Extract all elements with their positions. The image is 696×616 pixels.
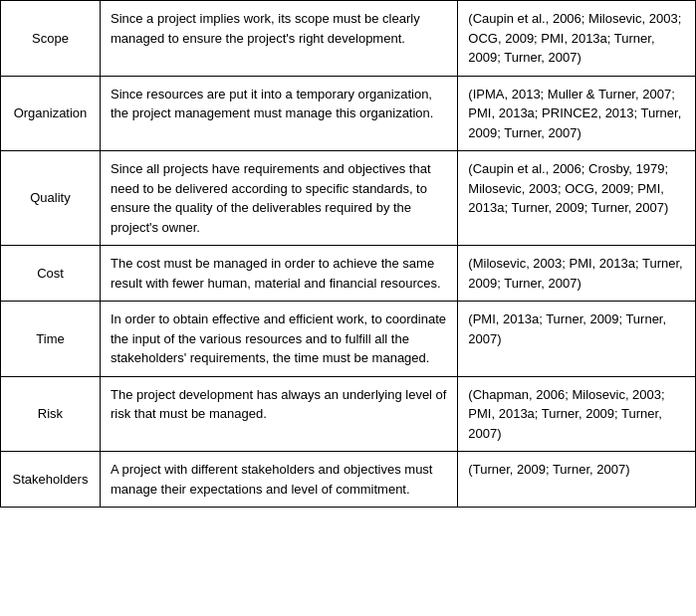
row-description-quality: Since all projects have requirements and… <box>100 151 457 246</box>
row-references-stakeholders: (Turner, 2009; Turner, 2007) <box>458 452 696 508</box>
row-label-cost: Cost <box>1 246 101 302</box>
row-description-stakeholders: A project with different stakeholders an… <box>100 452 457 508</box>
row-label-time: Time <box>1 302 101 377</box>
row-label-risk: Risk <box>1 376 101 452</box>
row-label-organization: Organization <box>1 76 101 151</box>
main-table-container: ScopeSince a project implies work, its s… <box>0 0 696 508</box>
row-description-cost: The cost must be managed in order to ach… <box>100 246 457 302</box>
row-references-time: (PMI, 2013a; Turner, 2009; Turner, 2007) <box>458 302 696 377</box>
row-description-organization: Since resources are put it into a tempor… <box>100 76 457 151</box>
row-references-organization: (IPMA, 2013; Muller & Turner, 2007; PMI,… <box>458 76 696 151</box>
row-references-scope: (Caupin et al., 2006; Milosevic, 2003; O… <box>458 1 696 77</box>
row-label-quality: Quality <box>1 151 101 246</box>
row-label-stakeholders: Stakeholders <box>1 452 101 508</box>
row-description-time: In order to obtain effective and efficie… <box>100 302 457 377</box>
row-label-scope: Scope <box>1 1 101 77</box>
row-references-quality: (Caupin et al., 2006; Crosby, 1979; Milo… <box>458 151 696 246</box>
row-description-risk: The project development has always an un… <box>100 376 457 452</box>
row-references-risk: (Chapman, 2006; Milosevic, 2003; PMI, 20… <box>458 376 696 452</box>
row-references-cost: (Milosevic, 2003; PMI, 2013a; Turner, 20… <box>458 246 696 302</box>
row-description-scope: Since a project implies work, its scope … <box>100 1 457 77</box>
content-table: ScopeSince a project implies work, its s… <box>0 0 696 508</box>
